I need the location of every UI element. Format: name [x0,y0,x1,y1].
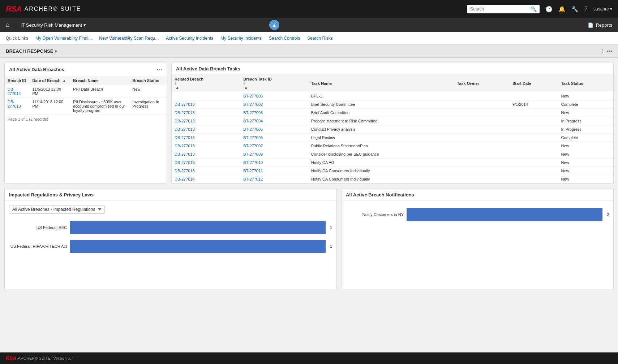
task-id-link[interactable]: BT-277005 [243,127,263,131]
search-input[interactable] [470,6,531,12]
col-breach-task-id[interactable]: Breach Task ID 2 ▲ [240,75,308,92]
task-name-cell: Public Relations Statement/Plan [308,142,454,150]
related-breach-link[interactable]: DB-277013 [175,102,195,107]
history-button[interactable]: 🕐 [545,6,553,13]
task-status-cell: New [558,142,613,150]
task-id-cell: BT-277008 [240,92,308,100]
related-breach-cell: DB-277013 [172,100,240,109]
quick-link-vulnerability-findings[interactable]: My Open Vulnerability Findi... [33,34,95,42]
related-breach-cell [172,92,240,100]
search-button[interactable]: 🔍 [531,6,537,12]
quick-link-my-incidents[interactable]: My Security Incidents [218,34,265,42]
user-menu-button[interactable]: susanre ▾ [593,6,612,12]
reports-label: Reports [596,22,612,28]
related-breach-link[interactable]: DB-277013 [175,160,195,165]
table-row: DB-277014 11/5/2013 12:00 PM PHI Data Br… [5,85,167,98]
task-id-link[interactable]: BT-277012 [243,177,263,181]
bar-row: Notify Customers in NY 2 [346,208,609,221]
settings-button[interactable]: 🔧 [571,6,579,13]
related-breach-link[interactable]: DB-277013 [175,127,195,131]
breach-status-cell: Investigation In Progress [129,98,167,115]
start-date-cell [510,142,558,150]
section-dropdown-button[interactable]: ▾ [55,48,57,54]
task-name-cell: Notify CA Consumers Individually [308,167,454,175]
nav-divider: | [17,22,18,27]
table-row: DB-277013 BT-277010 Notify CA AG New [172,159,613,167]
search-box[interactable]: 🔍 [467,5,540,13]
breach-id-link[interactable]: DB-277014 [8,87,21,96]
reports-button[interactable]: 📄 Reports [588,22,612,28]
chart-filter-select[interactable]: All Active Breaches - Impacted Regulatio… [9,205,105,214]
task-id-link[interactable]: BT-277006 [243,135,263,140]
task-owner-cell [454,142,510,150]
table-row: DB-277013 BT-277005 Conduct Privacy anal… [172,125,613,134]
section-title-area: BREACH RESPONSE ▾ [6,48,57,54]
task-id-link[interactable]: BT-277004 [243,119,263,123]
related-breach-link[interactable]: DB-277013 [175,169,195,173]
col-start-date[interactable]: Start Date [510,75,558,92]
breaches-table: Breach ID Date of Breach ▲ Breach Name B… [5,76,167,115]
task-status-cell: New [558,175,613,183]
quick-link-search-controls[interactable]: Search Controls [266,34,303,42]
related-breach-link[interactable]: DB-277013 [175,119,195,123]
bar-fill [70,221,326,234]
share-button[interactable]: ⤴ [601,48,604,54]
col-breach-status[interactable]: Breach Status [129,76,167,85]
panel-header-regulations: Impacted Regulations & Privacy Laws [5,188,336,201]
start-date-cell [510,117,558,125]
help-button[interactable]: ? [584,6,588,12]
col-task-owner[interactable]: Task Owner [454,75,510,92]
task-id-cell: BT-277004 [240,117,308,125]
related-breach-link[interactable]: DB-277014 [175,177,195,181]
task-id-cell: BT-277012 [240,175,308,183]
notifications-button[interactable]: 🔔 [558,6,566,13]
task-id-link[interactable]: BT-277008 [243,94,263,98]
col-breach-id[interactable]: Breach ID [5,76,30,85]
panel-header-notifications: All Active Breach Notifications [342,188,613,201]
task-id-link[interactable]: BT-277010 [243,160,263,165]
breach-status-cell: New [129,85,167,98]
quick-link-vulnerability-scan[interactable]: New Vulnerability Scan Requ... [96,34,162,42]
related-breach-link[interactable]: DB-277013 [175,110,195,115]
breach-id-link[interactable]: DB-277013 [8,100,21,108]
notification-badge[interactable]: ▲ [269,20,279,30]
col-date-of-breach[interactable]: Date of Breach ▲ [30,76,70,85]
start-date-cell [510,150,558,159]
task-id-link[interactable]: BT-277002 [243,102,263,107]
task-id-link[interactable]: BT-277003 [243,110,263,115]
task-name-cell: Consider disclosing per SEC guidance [308,150,454,159]
related-breach-link[interactable]: DB-277013 [175,152,195,156]
quick-link-search-risks[interactable]: Search Risks [304,34,336,42]
table-row: DB-277013 BT-277003 Brief Audit Committe… [172,109,613,117]
quick-link-active-incidents[interactable]: Active Security Incidents [163,34,216,42]
impacted-regulations-panel: Impacted Regulations & Privacy Laws All … [4,188,337,289]
related-breach-cell: DB-277013 [172,159,240,167]
related-breach-cell: DB-277013 [172,150,240,159]
task-owner-cell [454,109,510,117]
regulations-bar-chart: US Federal: SEC 1 US Federal: HIPAA/HITE… [9,218,332,261]
panel-menu-button-breaches[interactable]: ⋯ [156,66,162,73]
col-task-name[interactable]: Task Name [308,75,454,92]
col-task-status[interactable]: Task Status [558,75,613,92]
panel-title-regulations: Impacted Regulations & Privacy Laws [9,192,94,198]
task-id-link[interactable]: BT-277009 [243,152,263,156]
home-button[interactable]: ⌂ [6,22,14,28]
task-id-link[interactable]: BT-277007 [243,144,263,148]
archer-suite-text: ARCHER® SUITE [24,6,81,12]
bar-row: US Federal: HIPAA/HITECH Act 1 [9,240,332,253]
task-id-link[interactable]: BT-277011 [243,169,263,173]
task-owner-cell [454,117,510,125]
col-breach-name[interactable]: Breach Name [70,76,129,85]
related-breach-link[interactable]: DB-277013 [175,135,195,140]
app-title-button[interactable]: IT Security Risk Management ▾ [21,22,86,28]
more-options-button[interactable]: ••• [607,48,612,54]
related-breach-link[interactable]: DB-277013 [175,144,195,148]
task-owner-cell [454,150,510,159]
col-related-breach[interactable]: Related Breach 1 ▲ [172,75,240,92]
breaches-page-info: Page 1 of 1 (2 records) [5,115,167,124]
chart-filter-area: All Active Breaches - Impacted Regulatio… [9,205,332,214]
start-date-cell [510,125,558,134]
task-name-cell: BPL-1 [308,92,454,100]
related-breach-cell: DB-277014 [172,175,240,183]
panel-header-tasks: All Active Data Breach Tasks [172,62,613,75]
